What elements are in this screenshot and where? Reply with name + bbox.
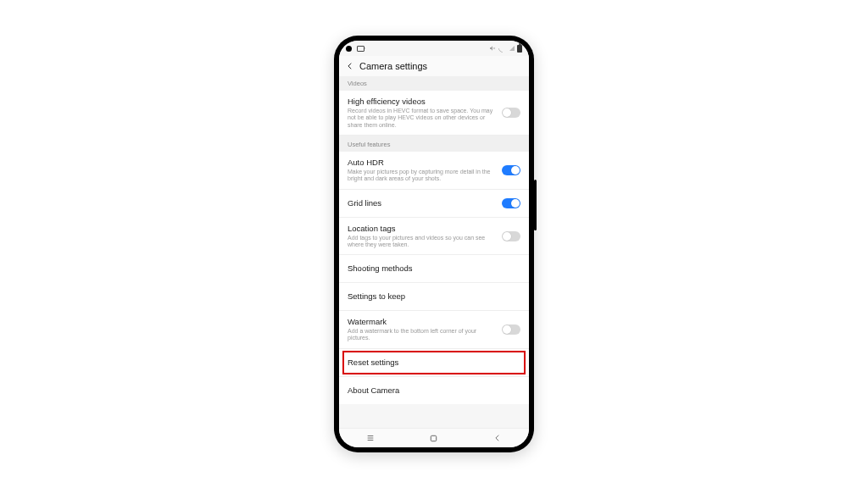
toggle-watermark[interactable] <box>502 324 520 335</box>
row-grid-lines[interactable]: Grid lines <box>339 190 529 218</box>
mute-icon <box>489 45 496 52</box>
phone-frame: Camera settings Videos High efficiency v… <box>334 36 534 452</box>
row-title: Location tags <box>348 224 495 234</box>
row-about-camera[interactable]: About Camera <box>339 377 529 404</box>
row-title: Reset settings <box>348 358 514 368</box>
stage: Camera settings Videos High efficiency v… <box>0 0 868 488</box>
toggle-location-tags[interactable] <box>502 231 520 241</box>
recents-icon <box>364 434 376 442</box>
nav-recents-button[interactable] <box>364 432 377 444</box>
row-settings-to-keep[interactable]: Settings to keep <box>339 283 529 311</box>
row-title: Shooting methods <box>348 263 514 274</box>
toggle-high-efficiency[interactable] <box>502 108 520 118</box>
row-watermark[interactable]: Watermark Add a watermark to the bottom … <box>339 311 529 349</box>
chevron-left-icon <box>346 62 354 70</box>
row-title: Settings to keep <box>348 291 514 302</box>
row-reset-settings[interactable]: Reset settings <box>339 349 529 377</box>
section-useful-label: Useful features <box>339 136 529 152</box>
row-title: Grid lines <box>348 198 495 208</box>
row-high-efficiency-videos[interactable]: High efficiency videos Record videos in … <box>339 91 529 136</box>
row-title: About Camera <box>348 385 514 396</box>
phone-screen: Camera settings Videos High efficiency v… <box>339 41 529 447</box>
page-title: Camera settings <box>359 61 427 71</box>
wifi-icon <box>497 42 509 54</box>
nav-back-button[interactable] <box>491 432 504 444</box>
row-location-tags[interactable]: Location tags Add tags to your pictures … <box>339 218 529 256</box>
chevron-left-icon <box>493 434 502 442</box>
signal-icon <box>509 46 515 51</box>
nav-home-button[interactable] <box>427 432 441 444</box>
row-desc: Record videos in HEVC format to save spa… <box>348 108 495 129</box>
header-bar: Camera settings <box>339 56 529 76</box>
system-nav-bar <box>339 428 529 447</box>
toggle-grid-lines[interactable] <box>502 198 520 208</box>
toggle-auto-hdr[interactable] <box>502 165 520 175</box>
battery-icon <box>517 45 522 53</box>
row-desc: Make your pictures pop by capturing more… <box>348 169 495 183</box>
section-videos-label: Videos <box>339 76 529 91</box>
row-title: Auto HDR <box>348 158 495 168</box>
home-icon <box>429 434 438 443</box>
status-left <box>346 46 364 52</box>
status-right <box>489 44 522 53</box>
back-button[interactable] <box>346 62 354 70</box>
row-desc: Add a watermark to the bottom left corne… <box>348 328 495 342</box>
front-camera-hole <box>346 46 352 52</box>
row-shooting-methods[interactable]: Shooting methods <box>339 255 529 283</box>
settings-content: Camera settings Videos High efficiency v… <box>339 56 529 429</box>
svg-rect-3 <box>431 435 437 441</box>
row-title: High efficiency videos <box>348 97 495 107</box>
row-auto-hdr[interactable]: Auto HDR Make your pictures pop by captu… <box>339 152 529 190</box>
row-desc: Add tags to your pictures and videos so … <box>348 235 495 249</box>
row-title: Watermark <box>348 317 495 327</box>
status-bar <box>339 41 529 56</box>
camera-rec-icon <box>357 46 364 52</box>
